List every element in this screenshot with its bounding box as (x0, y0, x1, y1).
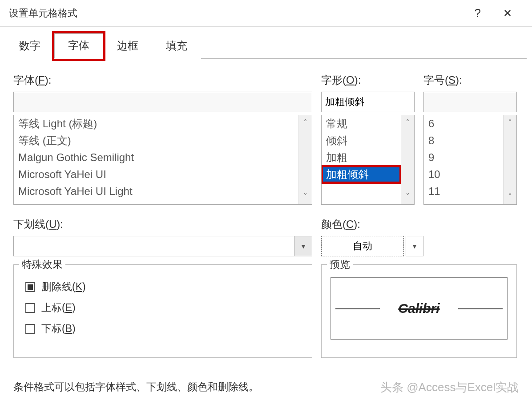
list-item[interactable]: 倾斜 (322, 132, 401, 149)
font-listbox[interactable]: 等线 Light (标题) 等线 (正文) Malgun Gothic Semi… (13, 115, 312, 205)
effects-legend: 特殊效果 (19, 258, 65, 271)
chevron-down-icon[interactable]: ˅ (406, 192, 410, 202)
color-label: 颜色(C): (321, 217, 423, 231)
size-input[interactable] (423, 92, 517, 112)
dialog-title: 设置单元格格式 (9, 7, 463, 20)
font-label: 字体(F): (13, 73, 312, 87)
underline-label: 下划线(U): (13, 217, 312, 231)
size-listbox[interactable]: 6 8 9 10 11 12 ˄ ˅ (423, 115, 517, 205)
tab-border[interactable]: 边框 (103, 34, 152, 59)
preview-box: Calibri (330, 277, 508, 340)
underline-dropdown[interactable]: ▾ (13, 236, 312, 256)
list-item[interactable]: 12 (424, 200, 503, 204)
list-item[interactable]: 9 (424, 149, 503, 166)
preview-group: 预览 Calibri (321, 264, 517, 358)
chevron-up-icon[interactable]: ˄ (303, 118, 307, 128)
tab-font[interactable]: 字体 (54, 33, 103, 59)
list-item[interactable]: 10 (424, 166, 503, 183)
close-icon[interactable]: ✕ (492, 7, 523, 20)
list-item[interactable]: 等线 (正文) (14, 132, 298, 149)
list-item-selected[interactable]: 加粗倾斜 (322, 166, 401, 183)
chevron-down-icon[interactable]: ˅ (508, 192, 512, 202)
help-icon[interactable]: ? (463, 6, 492, 20)
checkbox-icon (25, 324, 35, 334)
chevron-up-icon[interactable]: ˄ (406, 118, 410, 128)
chevron-down-icon[interactable]: ˅ (303, 192, 307, 202)
scrollbar[interactable]: ˄ ˅ (503, 115, 516, 204)
checkbox-icon (25, 303, 35, 313)
preview-sample: Calibri (398, 301, 439, 316)
list-item[interactable]: 等线 Light (标题) (14, 115, 298, 132)
list-item[interactable]: Microsoft YaHei UI Light (14, 183, 298, 200)
underline-value (14, 236, 294, 256)
titlebar: 设置单元格格式 ? ✕ (0, 0, 532, 27)
checkbox-strikethrough[interactable]: 删除线(K) (25, 280, 303, 294)
list-item[interactable]: 11 (424, 183, 503, 200)
preview-legend: 预览 (327, 258, 353, 271)
style-listbox[interactable]: 常规 倾斜 加粗 加粗倾斜 ˄ ˅ (321, 115, 415, 205)
checkbox-subscript[interactable]: 下标(B) (25, 322, 303, 336)
tab-number[interactable]: 数字 (5, 34, 54, 59)
style-input[interactable]: 加粗倾斜 (321, 92, 415, 112)
color-value[interactable]: 自动 (321, 236, 404, 256)
checkbox-label: 下标(B) (41, 322, 76, 336)
chevron-up-icon[interactable]: ˄ (508, 118, 512, 128)
chevron-down-icon[interactable]: ▾ (294, 236, 312, 256)
list-item[interactable]: Microsoft YaHei UI (14, 166, 298, 183)
list-item[interactable]: 6 (424, 115, 503, 132)
checkbox-superscript[interactable]: 上标(E) (25, 301, 303, 315)
list-item[interactable]: Malgun Gothic Semilight (14, 149, 298, 166)
watermark: 头条 @Access与Excel实战 (380, 380, 519, 395)
checkbox-label: 上标(E) (41, 301, 76, 315)
font-input[interactable] (13, 92, 312, 112)
size-label: 字号(S): (423, 73, 517, 87)
font-panel: 字体(F): 等线 Light (标题) 等线 (正文) Malgun Goth… (0, 59, 532, 358)
checkbox-label: 删除线(K) (41, 280, 86, 294)
list-item[interactable]: 常规 (322, 115, 401, 132)
style-label: 字形(O): (321, 73, 415, 87)
list-item[interactable]: SimSun-ExtB (14, 200, 298, 204)
checkbox-icon (25, 282, 35, 292)
effects-group: 特殊效果 删除线(K) 上标(E) 下标(B) (13, 264, 312, 358)
tab-fill[interactable]: 填充 (152, 34, 201, 59)
color-dropdown[interactable]: 自动 ▾ (321, 236, 423, 256)
tab-strip: 数字 字体 边框 填充 (0, 27, 532, 59)
chevron-down-icon[interactable]: ▾ (406, 236, 423, 256)
list-item[interactable]: 加粗 (322, 149, 401, 166)
list-item[interactable]: 8 (424, 132, 503, 149)
scrollbar[interactable]: ˄ ˅ (401, 115, 414, 204)
scrollbar[interactable]: ˄ ˅ (298, 115, 312, 204)
